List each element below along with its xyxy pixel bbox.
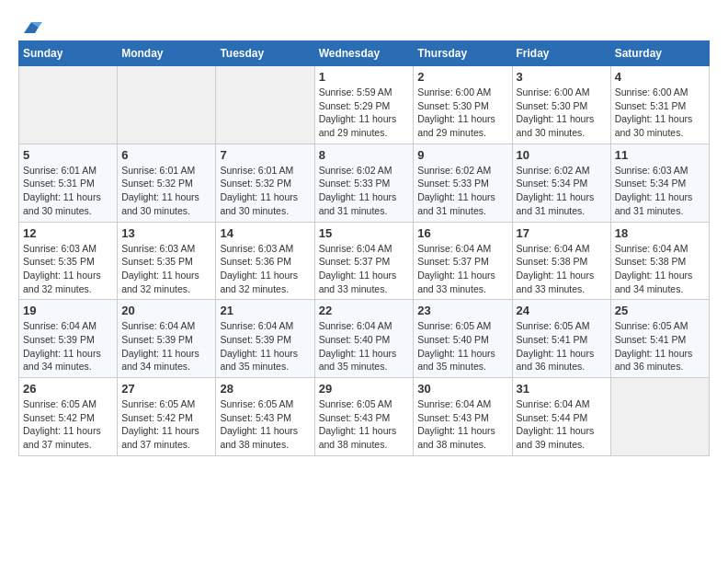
day-number: 15 xyxy=(319,226,410,240)
calendar-cell: 9Sunrise: 6:02 AM Sunset: 5:33 PM Daylig… xyxy=(414,144,512,222)
day-number: 9 xyxy=(417,148,507,162)
calendar-week-2: 5Sunrise: 6:01 AM Sunset: 5:31 PM Daylig… xyxy=(19,144,710,222)
calendar-cell: 11Sunrise: 6:03 AM Sunset: 5:34 PM Dayli… xyxy=(610,144,709,222)
day-number: 28 xyxy=(220,382,310,396)
weekday-header-saturday: Saturday xyxy=(610,41,709,66)
day-info: Sunrise: 6:04 AM Sunset: 5:39 PM Dayligh… xyxy=(121,319,211,373)
day-number: 7 xyxy=(220,148,310,162)
day-number: 13 xyxy=(121,226,211,240)
day-number: 24 xyxy=(517,304,607,317)
day-number: 3 xyxy=(517,70,607,84)
day-number: 5 xyxy=(23,148,113,162)
day-number: 2 xyxy=(417,70,507,84)
calendar-cell: 23Sunrise: 6:05 AM Sunset: 5:40 PM Dayli… xyxy=(414,300,512,378)
day-info: Sunrise: 6:05 AM Sunset: 5:42 PM Dayligh… xyxy=(23,397,113,452)
calendar-cell: 5Sunrise: 6:01 AM Sunset: 5:31 PM Daylig… xyxy=(19,144,118,222)
calendar-cell: 15Sunrise: 6:04 AM Sunset: 5:37 PM Dayli… xyxy=(314,222,414,300)
calendar-cell: 26Sunrise: 6:05 AM Sunset: 5:42 PM Dayli… xyxy=(19,378,118,456)
day-info: Sunrise: 6:03 AM Sunset: 5:36 PM Dayligh… xyxy=(220,242,310,296)
logo-icon xyxy=(20,18,42,37)
day-info: Sunrise: 6:01 AM Sunset: 5:31 PM Dayligh… xyxy=(23,164,113,218)
day-info: Sunrise: 6:04 AM Sunset: 5:37 PM Dayligh… xyxy=(417,242,507,296)
calendar-cell: 27Sunrise: 6:05 AM Sunset: 5:42 PM Dayli… xyxy=(118,378,216,456)
day-number: 26 xyxy=(23,382,113,396)
day-info: Sunrise: 6:04 AM Sunset: 5:44 PM Dayligh… xyxy=(517,397,607,452)
calendar-cell: 31Sunrise: 6:04 AM Sunset: 5:44 PM Dayli… xyxy=(512,378,610,456)
day-info: Sunrise: 6:04 AM Sunset: 5:38 PM Dayligh… xyxy=(615,242,705,296)
calendar-cell: 30Sunrise: 6:04 AM Sunset: 5:43 PM Dayli… xyxy=(414,378,512,456)
calendar-cell: 1Sunrise: 5:59 AM Sunset: 5:29 PM Daylig… xyxy=(314,66,414,144)
calendar-header-row: SundayMondayTuesdayWednesdayThursdayFrid… xyxy=(19,41,710,66)
day-info: Sunrise: 6:04 AM Sunset: 5:39 PM Dayligh… xyxy=(220,319,310,373)
day-number: 17 xyxy=(517,226,607,240)
weekday-header-sunday: Sunday xyxy=(19,41,118,66)
day-number: 6 xyxy=(121,148,211,162)
day-info: Sunrise: 6:04 AM Sunset: 5:38 PM Dayligh… xyxy=(517,242,607,296)
day-info: Sunrise: 6:05 AM Sunset: 5:43 PM Dayligh… xyxy=(319,397,410,452)
day-number: 19 xyxy=(23,304,113,317)
day-info: Sunrise: 6:03 AM Sunset: 5:35 PM Dayligh… xyxy=(121,242,211,296)
calendar-cell: 21Sunrise: 6:04 AM Sunset: 5:39 PM Dayli… xyxy=(216,300,314,378)
day-info: Sunrise: 6:04 AM Sunset: 5:37 PM Dayligh… xyxy=(319,242,410,296)
calendar-cell: 25Sunrise: 6:05 AM Sunset: 5:41 PM Dayli… xyxy=(610,300,709,378)
calendar-cell: 18Sunrise: 6:04 AM Sunset: 5:38 PM Dayli… xyxy=(610,222,709,300)
calendar-cell: 17Sunrise: 6:04 AM Sunset: 5:38 PM Dayli… xyxy=(512,222,610,300)
day-info: Sunrise: 6:01 AM Sunset: 5:32 PM Dayligh… xyxy=(121,164,211,218)
day-number: 27 xyxy=(121,382,211,396)
day-info: Sunrise: 6:05 AM Sunset: 5:41 PM Dayligh… xyxy=(517,319,607,373)
day-number: 23 xyxy=(417,304,507,317)
day-info: Sunrise: 6:05 AM Sunset: 5:40 PM Dayligh… xyxy=(417,319,507,373)
calendar-cell: 14Sunrise: 6:03 AM Sunset: 5:36 PM Dayli… xyxy=(216,222,314,300)
calendar-cell: 8Sunrise: 6:02 AM Sunset: 5:33 PM Daylig… xyxy=(314,144,414,222)
calendar-cell xyxy=(118,66,216,144)
calendar-table: SundayMondayTuesdayWednesdayThursdayFrid… xyxy=(18,40,710,456)
calendar-cell: 4Sunrise: 6:00 AM Sunset: 5:31 PM Daylig… xyxy=(610,66,709,144)
day-info: Sunrise: 6:04 AM Sunset: 5:39 PM Dayligh… xyxy=(23,319,113,373)
day-number: 30 xyxy=(417,382,507,396)
calendar-cell xyxy=(19,66,118,144)
day-number: 10 xyxy=(517,148,607,162)
day-info: Sunrise: 6:01 AM Sunset: 5:32 PM Dayligh… xyxy=(220,164,310,218)
calendar-cell: 6Sunrise: 6:01 AM Sunset: 5:32 PM Daylig… xyxy=(118,144,216,222)
weekday-header-monday: Monday xyxy=(118,41,216,66)
day-info: Sunrise: 6:00 AM Sunset: 5:31 PM Dayligh… xyxy=(615,86,705,140)
calendar-cell xyxy=(216,66,314,144)
calendar-week-1: 1Sunrise: 5:59 AM Sunset: 5:29 PM Daylig… xyxy=(19,66,710,144)
calendar-cell: 7Sunrise: 6:01 AM Sunset: 5:32 PM Daylig… xyxy=(216,144,314,222)
day-number: 14 xyxy=(220,226,310,240)
day-number: 29 xyxy=(319,382,410,396)
day-number: 22 xyxy=(319,304,410,317)
weekday-header-wednesday: Wednesday xyxy=(314,41,414,66)
day-number: 31 xyxy=(517,382,607,396)
calendar-cell: 24Sunrise: 6:05 AM Sunset: 5:41 PM Dayli… xyxy=(512,300,610,378)
day-number: 20 xyxy=(121,304,211,317)
calendar-week-4: 19Sunrise: 6:04 AM Sunset: 5:39 PM Dayli… xyxy=(19,300,710,378)
day-number: 18 xyxy=(615,226,705,240)
calendar-cell: 12Sunrise: 6:03 AM Sunset: 5:35 PM Dayli… xyxy=(19,222,118,300)
day-info: Sunrise: 6:00 AM Sunset: 5:30 PM Dayligh… xyxy=(417,86,507,140)
day-info: Sunrise: 6:04 AM Sunset: 5:40 PM Dayligh… xyxy=(319,319,410,373)
day-number: 16 xyxy=(417,226,507,240)
page-header xyxy=(18,18,710,37)
calendar-cell: 10Sunrise: 6:02 AM Sunset: 5:34 PM Dayli… xyxy=(512,144,610,222)
day-number: 4 xyxy=(615,70,705,84)
calendar-cell xyxy=(610,378,709,456)
day-info: Sunrise: 6:02 AM Sunset: 5:33 PM Dayligh… xyxy=(417,164,507,218)
calendar-cell: 22Sunrise: 6:04 AM Sunset: 5:40 PM Dayli… xyxy=(314,300,414,378)
calendar-cell: 28Sunrise: 6:05 AM Sunset: 5:43 PM Dayli… xyxy=(216,378,314,456)
calendar-cell: 19Sunrise: 6:04 AM Sunset: 5:39 PM Dayli… xyxy=(19,300,118,378)
day-info: Sunrise: 5:59 AM Sunset: 5:29 PM Dayligh… xyxy=(319,86,410,140)
day-info: Sunrise: 6:05 AM Sunset: 5:42 PM Dayligh… xyxy=(121,397,211,452)
day-info: Sunrise: 6:05 AM Sunset: 5:41 PM Dayligh… xyxy=(615,319,705,373)
calendar-body: 1Sunrise: 5:59 AM Sunset: 5:29 PM Daylig… xyxy=(19,66,710,456)
day-number: 25 xyxy=(615,304,705,317)
calendar-cell: 3Sunrise: 6:00 AM Sunset: 5:30 PM Daylig… xyxy=(512,66,610,144)
day-number: 8 xyxy=(319,148,410,162)
day-info: Sunrise: 6:02 AM Sunset: 5:34 PM Dayligh… xyxy=(517,164,607,218)
day-number: 11 xyxy=(615,148,705,162)
day-info: Sunrise: 6:03 AM Sunset: 5:34 PM Dayligh… xyxy=(615,164,705,218)
day-number: 1 xyxy=(319,70,410,84)
calendar-cell: 29Sunrise: 6:05 AM Sunset: 5:43 PM Dayli… xyxy=(314,378,414,456)
calendar-cell: 13Sunrise: 6:03 AM Sunset: 5:35 PM Dayli… xyxy=(118,222,216,300)
weekday-header-tuesday: Tuesday xyxy=(216,41,314,66)
